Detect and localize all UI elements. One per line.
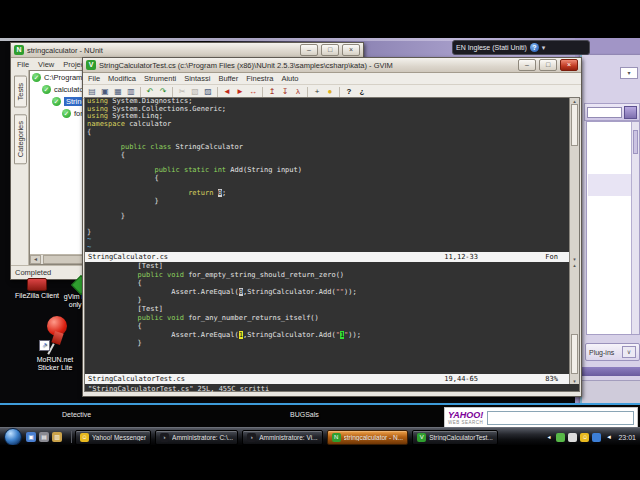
nunit-titlebar[interactable]: N stringcalculator - NUnit – □ × <box>11 43 363 58</box>
gvim-scrollbar-bottom[interactable]: ▴ ▾ <box>569 262 579 384</box>
run-script-icon[interactable]: λ <box>292 86 304 97</box>
console-icon: › <box>247 433 256 442</box>
chevron-down-icon[interactable]: ∨ <box>622 346 636 358</box>
help-icon[interactable]: ? <box>343 86 355 97</box>
language-label: EN Inglese (Stati Uniti) <box>456 44 527 51</box>
gvim-maximize-button[interactable]: □ <box>539 59 557 71</box>
gvim-scrollbar-top[interactable]: ▴ ▾ <box>569 98 579 262</box>
panel-search-input[interactable] <box>587 107 622 118</box>
taskbar-button-yahoo-messenger[interactable]: ☺Yahoo! Messenger <box>75 430 151 445</box>
gvim-bottom-buffer[interactable]: [Test] public void for_empty_string_shou… <box>87 262 569 374</box>
taskbar-clock[interactable]: 23:01 <box>618 434 636 441</box>
code-line: { <box>87 152 569 160</box>
language-bar[interactable]: EN Inglese (Stati Uniti) ? ▾ <box>452 40 590 55</box>
language-help-icon[interactable]: ? <box>530 43 539 52</box>
gvim-top-buffer[interactable]: using System.Diagnostics;using System.Co… <box>87 98 569 252</box>
redo-icon[interactable]: ↷ <box>157 86 169 97</box>
panel-list[interactable] <box>586 121 640 335</box>
open-icon[interactable]: ▤ <box>86 86 98 97</box>
code-line: return 0; <box>87 190 569 198</box>
gvim-titlebar[interactable]: V StringCalculatorTest.cs (c:\Program Fi… <box>83 58 581 73</box>
nunit-menu-view[interactable]: View <box>38 60 54 69</box>
print-icon[interactable]: ▥ <box>125 86 137 97</box>
letterbox-bottom <box>0 445 640 480</box>
code-line <box>87 221 569 229</box>
panel-list-selected-row[interactable] <box>588 174 631 196</box>
desktop-label-detective[interactable]: Detective <box>62 411 91 418</box>
gvim-menu-finestra[interactable]: Finestra <box>246 74 273 83</box>
toolbar-separator <box>172 87 173 97</box>
find-next-icon[interactable]: ► <box>234 86 246 97</box>
taskbar-button-amministratore-vi-[interactable]: ›Amministratore: Vi... <box>242 430 322 445</box>
panel-search-button[interactable] <box>624 106 637 119</box>
panel-dropdown[interactable]: ▾ <box>620 67 638 79</box>
desktop-icon-morun[interactable]: ↗ MoRUN.net Sticker Lite <box>26 314 84 372</box>
find-replace-icon[interactable]: ↔ <box>247 86 259 97</box>
plugins-label: Plug-ins <box>589 349 614 356</box>
cut-icon[interactable]: ✂ <box>176 86 188 97</box>
desktop-icon-label: FileZilla Client <box>14 292 60 300</box>
test-passed-icon: ✓ <box>52 97 61 106</box>
gvim-menu-strumenti[interactable]: Strumenti <box>144 74 176 83</box>
tray-network-icon[interactable] <box>592 433 601 442</box>
tab-categories[interactable]: Categories <box>14 114 27 164</box>
code-line: public static int Add(String input) <box>87 167 569 175</box>
statusline-position: 11,12-33 <box>444 252 478 262</box>
gvim-menu-sintassi[interactable]: Sintassi <box>184 74 210 83</box>
make-icon[interactable]: + <box>311 86 323 97</box>
taskbar-button-label: StringCalculatorTest... <box>429 434 493 441</box>
screen: EN Inglese (Stati Uniti) ? ▾ ▾ Plug-ins … <box>0 0 640 480</box>
undo-icon[interactable]: ↶ <box>144 86 156 97</box>
taskbar-button-label: stringcalculator - N... <box>344 434 404 441</box>
save-all-icon[interactable]: ▦ <box>112 86 124 97</box>
language-menu-icon[interactable]: ▾ <box>542 43 546 52</box>
scroll-thumb[interactable] <box>43 255 85 264</box>
tray-app-green-icon[interactable] <box>556 433 565 442</box>
context-help-icon[interactable]: ¿ <box>356 86 368 97</box>
gvim-menu-file[interactable]: File <box>88 74 100 83</box>
find-prev-icon[interactable]: ◄ <box>221 86 233 97</box>
plugins-button[interactable]: Plug-ins ∨ <box>585 343 640 361</box>
taskbar-button-label: Amministratore: Vi... <box>259 434 317 441</box>
gvim-menu-buffer[interactable]: Buffer <box>218 74 238 83</box>
gvim-close-button[interactable]: × <box>560 59 578 71</box>
quick-launch-app-icon[interactable]: ▥ <box>52 432 62 442</box>
quick-launch-explorer-icon[interactable]: ▤ <box>39 432 49 442</box>
taskbar-button-stringcalculatortest-[interactable]: VStringCalculatorTest... <box>412 430 498 445</box>
gvim-minimize-button[interactable]: – <box>518 59 536 71</box>
yahoo-messenger-icon: ☺ <box>80 433 89 442</box>
taskbar-button-stringcalculator-n-[interactable]: Nstringcalculator - N... <box>327 430 409 445</box>
gvim-menu-aiuto[interactable]: Aiuto <box>281 74 298 83</box>
toolbar-separator <box>339 87 340 97</box>
taskbar-button-label: Yahoo! Messenger <box>92 434 146 441</box>
save-session-icon[interactable]: ↧ <box>279 86 291 97</box>
gvim-menu-modifica[interactable]: Modifica <box>108 74 136 83</box>
paste-icon[interactable]: ▨ <box>202 86 214 97</box>
panel-search-bar <box>584 103 640 121</box>
tray-volume-icon[interactable]: ◄ <box>604 433 613 442</box>
taskbar-button-amministratore-c-[interactable]: ›Amministratore: C:\... <box>155 430 238 445</box>
nunit-minimize-button[interactable]: – <box>300 44 318 56</box>
statusline-filename: StringCalculatorTest.cs <box>88 375 185 383</box>
scroll-left-icon[interactable]: ◂ <box>30 255 41 264</box>
desktop-icon-filezilla[interactable]: FileZilla Client <box>14 278 60 300</box>
copy-icon[interactable]: ▧ <box>189 86 201 97</box>
nunit-maximize-button[interactable]: □ <box>321 44 339 56</box>
tray-yahoo-smiley-icon[interactable]: ☺ <box>580 433 589 442</box>
desktop-label-bugsals[interactable]: BUGSals <box>290 411 319 418</box>
save-icon[interactable]: ▣ <box>99 86 111 97</box>
statusline-position: 19,44-65 <box>444 374 478 384</box>
nunit-close-button[interactable]: × <box>342 44 360 56</box>
nunit-menu-file[interactable]: File <box>17 60 29 69</box>
tray-chevron-icon[interactable]: ◂ <box>544 433 553 442</box>
panel-scrollbar[interactable] <box>631 122 639 334</box>
tags-icon[interactable]: ● <box>324 86 336 97</box>
code-line: } <box>87 229 569 237</box>
quick-launch-window-icon[interactable]: ▣ <box>26 432 36 442</box>
tray-app-white-icon[interactable] <box>568 433 577 442</box>
yahoo-search-input[interactable] <box>487 411 634 425</box>
shortcut-overlay-icon: ↗ <box>39 340 50 351</box>
load-session-icon[interactable]: ↥ <box>266 86 278 97</box>
start-button[interactable] <box>4 428 22 446</box>
tab-tests[interactable]: Tests <box>14 76 27 108</box>
